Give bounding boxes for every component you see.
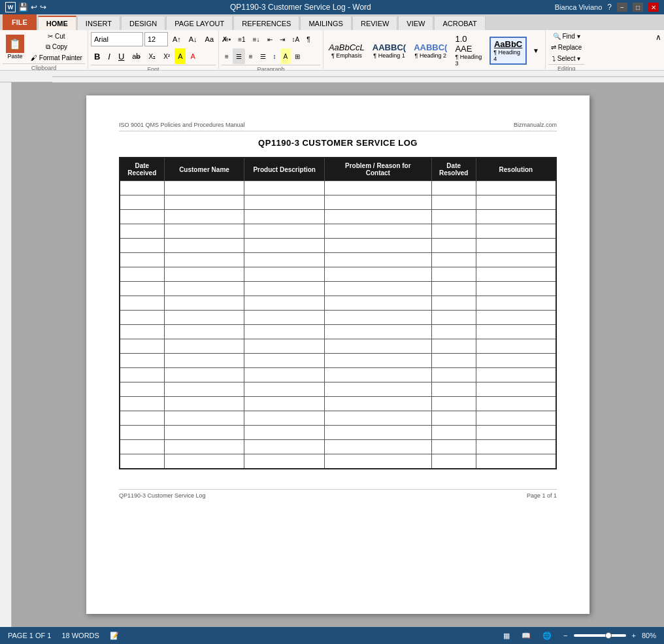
table-cell[interactable] [244,267,325,282]
copy-button[interactable]: ⧉ Copy [28,42,85,52]
table-cell[interactable] [325,195,432,210]
multilevel-list-button[interactable]: ≡↓ [250,31,263,47]
tab-file[interactable]: FILE [3,14,37,30]
table-cell[interactable] [164,282,244,296]
tab-home[interactable]: HOME [38,16,76,30]
table-cell[interactable] [431,239,476,253]
table-cell[interactable] [431,181,476,195]
table-cell[interactable] [431,339,476,354]
table-cell[interactable] [120,282,164,296]
table-cell[interactable] [164,382,244,397]
style-heading3[interactable]: 1.0 AAE ¶ Heading 3 [452,33,487,68]
table-cell[interactable] [164,311,244,325]
table-cell[interactable] [120,454,164,469]
tab-acrobat[interactable]: ACROBAT [434,16,485,30]
ribbon-collapse-button[interactable]: ∧ [653,30,664,70]
subscript-button[interactable]: X₂ [145,48,159,64]
table-cell[interactable] [476,368,556,382]
table-cell[interactable] [325,253,432,267]
quick-access-undo[interactable]: ↩ [31,3,37,12]
quick-access-redo[interactable]: ↪ [40,3,46,12]
table-cell[interactable] [476,440,556,454]
table-cell[interactable] [431,195,476,210]
zoom-level[interactable]: 80% [642,632,656,639]
table-cell[interactable] [431,210,476,224]
table-cell[interactable] [431,411,476,426]
select-button[interactable]: ⤵ Select ▾ [550,54,583,63]
shrink-font-button[interactable]: A↓ [186,31,201,47]
table-cell[interactable] [325,181,432,195]
table-cell[interactable] [164,397,244,411]
table-cell[interactable] [164,440,244,454]
table-cell[interactable] [325,454,432,469]
borders-button[interactable]: ⊞ [291,48,303,64]
highlight-button[interactable]: A [174,48,186,64]
align-right-button[interactable]: ≡ [246,48,256,64]
table-cell[interactable] [325,296,432,311]
table-cell[interactable] [164,426,244,440]
tab-view[interactable]: VIEW [398,16,433,30]
table-cell[interactable] [431,368,476,382]
table-cell[interactable] [164,181,244,195]
table-cell[interactable] [325,440,432,454]
table-cell[interactable] [325,282,432,296]
table-cell[interactable] [476,282,556,296]
style-heading1[interactable]: AABBC( ¶ Heading 1 [370,41,408,60]
table-cell[interactable] [120,397,164,411]
table-cell[interactable] [244,210,325,224]
table-cell[interactable] [164,239,244,253]
close-button[interactable]: ✕ [648,3,659,12]
table-cell[interactable] [244,368,325,382]
style-emphasis[interactable]: AaBbCcL ¶ Emphasis [326,41,367,60]
table-cell[interactable] [164,210,244,224]
zoom-in-button[interactable]: + [629,628,639,643]
zoom-out-button[interactable]: − [560,628,571,643]
table-cell[interactable] [476,339,556,354]
table-cell[interactable] [120,267,164,282]
table-cell[interactable] [244,325,325,339]
tab-review[interactable]: REVIEW [352,16,397,30]
table-cell[interactable] [325,267,432,282]
paste-button[interactable]: 📋 Paste [3,33,27,61]
table-cell[interactable] [244,296,325,311]
underline-button[interactable]: U [115,48,127,64]
table-cell[interactable] [164,195,244,210]
tab-mailings[interactable]: MAILINGS [300,16,352,30]
table-cell[interactable] [476,454,556,469]
web-layout-button[interactable]: 🌐 [539,628,555,643]
cut-button[interactable]: ✂ Cut [28,31,85,41]
bullets-button[interactable]: ≡• [222,31,234,47]
justify-button[interactable]: ☰ [257,48,269,64]
print-layout-button[interactable]: ▦ [500,628,513,643]
table-cell[interactable] [476,411,556,426]
minimize-button[interactable]: − [617,3,627,12]
table-cell[interactable] [476,195,556,210]
font-color-button[interactable]: A [187,48,198,64]
table-cell[interactable] [244,195,325,210]
table-cell[interactable] [325,426,432,440]
table-cell[interactable] [476,382,556,397]
table-cell[interactable] [476,224,556,239]
table-cell[interactable] [431,440,476,454]
table-cell[interactable] [164,267,244,282]
table-cell[interactable] [244,454,325,469]
help-button[interactable]: ? [607,3,612,12]
sort-button[interactable]: ↕A [289,31,303,47]
table-cell[interactable] [164,325,244,339]
numbering-button[interactable]: ≡1 [235,31,248,47]
table-cell[interactable] [476,181,556,195]
align-center-button[interactable]: ☰ [233,48,245,64]
table-cell[interactable] [476,267,556,282]
table-cell[interactable] [120,224,164,239]
table-cell[interactable] [431,282,476,296]
grow-font-button[interactable]: A↑ [169,31,184,47]
find-button[interactable]: 🔍 Find ▾ [550,31,583,41]
font-size-input[interactable] [144,32,168,46]
table-cell[interactable] [120,239,164,253]
table-cell[interactable] [120,440,164,454]
table-cell[interactable] [476,311,556,325]
table-cell[interactable] [431,354,476,368]
bold-button[interactable]: B [91,48,103,64]
table-cell[interactable] [431,382,476,397]
table-cell[interactable] [325,210,432,224]
